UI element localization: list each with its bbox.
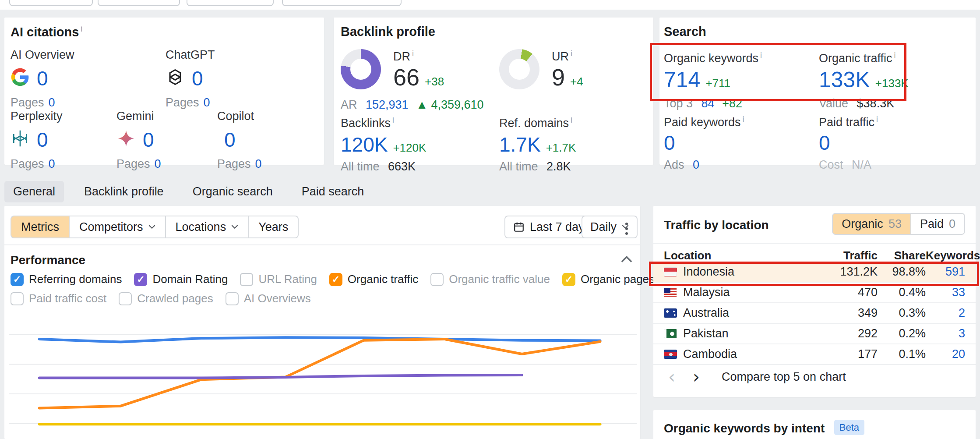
ar-line: AR 152,931 ▲ 4,359,610 xyxy=(341,98,484,112)
ai-item-pages: Pages0 xyxy=(166,96,266,110)
search-title: Search xyxy=(664,25,706,39)
calendar-icon xyxy=(513,221,525,233)
segment-label: Metrics xyxy=(21,220,59,234)
column-share[interactable]: Share xyxy=(878,249,926,262)
ai-item-value[interactable]: 0 xyxy=(143,128,154,152)
pages-label: Pages xyxy=(116,157,150,170)
checkbox-organic-traffic[interactable]: ✓Organic traffic xyxy=(329,273,418,286)
table-row-pakistan[interactable]: Pakistan2920.2%3 xyxy=(653,324,976,344)
segment-metrics[interactable]: Metrics xyxy=(11,216,70,238)
keywords-link[interactable]: 20 xyxy=(926,347,976,361)
value-amount: $38.3K xyxy=(857,97,895,110)
info-icon[interactable]: i xyxy=(743,115,744,124)
table-row-indonesia[interactable]: Indonesia131.2K98.8%591 xyxy=(653,262,976,283)
collapse-section-icon[interactable] xyxy=(621,255,632,263)
checkbox-organic-traffic-value[interactable]: Organic traffic value xyxy=(430,273,550,286)
segment-locations[interactable]: Locations xyxy=(165,216,249,238)
top3-value[interactable]: 84 xyxy=(702,97,715,110)
ref-domains-alltime-value: 2.8K xyxy=(546,160,571,173)
tab-backlink-profile[interactable]: Backlink profile xyxy=(75,181,173,202)
ref-domains-value[interactable]: 1.7K xyxy=(499,133,541,156)
ur-donut-gauge xyxy=(499,49,539,89)
paid-keywords-value[interactable]: 0 xyxy=(664,131,675,154)
tab-organic-search[interactable]: Organic search xyxy=(184,181,282,202)
table-row-malaysia[interactable]: Malaysia4700.4%33 xyxy=(653,283,976,303)
value-label: Value xyxy=(819,97,848,110)
info-icon[interactable]: i xyxy=(412,49,414,58)
checkbox-box xyxy=(240,273,253,286)
pages-value[interactable]: 0 xyxy=(49,96,55,109)
domain-input-3[interactable] xyxy=(187,0,274,6)
segment-years[interactable]: Years xyxy=(248,216,299,238)
toggle-organic[interactable]: Organic53 xyxy=(832,213,911,235)
pages-value[interactable]: 0 xyxy=(255,157,262,170)
compare-top5-link[interactable]: Compare top 5 on chart xyxy=(722,370,846,384)
checkbox-box xyxy=(430,273,444,286)
keywords-link[interactable]: 591 xyxy=(926,265,976,279)
backlinks-value[interactable]: 120K xyxy=(341,133,388,156)
keywords-link[interactable]: 2 xyxy=(926,306,976,320)
location-name: Indonesia xyxy=(683,265,734,279)
tab-general[interactable]: General xyxy=(4,181,64,202)
location-name: Australia xyxy=(683,306,729,320)
info-icon[interactable]: i xyxy=(894,51,896,60)
segment-competitors[interactable]: Competitors xyxy=(69,216,166,238)
ai-item-pages: Pages0 xyxy=(217,157,318,171)
paid-keywords-label: Paid keywordsi xyxy=(664,115,744,129)
table-row-australia[interactable]: Australia3490.3%2 xyxy=(653,303,976,324)
domain-input-1[interactable] xyxy=(9,0,93,6)
pages-value[interactable]: 0 xyxy=(155,157,161,170)
top-toolbar xyxy=(0,0,980,10)
toggle-paid[interactable]: Paid0 xyxy=(910,213,965,235)
keywords-link[interactable]: 3 xyxy=(926,327,976,340)
checkbox-domain-rating[interactable]: ✓Domain Rating xyxy=(134,273,228,286)
ai-item-value[interactable]: 0 xyxy=(37,128,48,152)
ar-delta: ▲ 4,359,610 xyxy=(416,98,483,111)
paid-traffic-value[interactable]: 0 xyxy=(819,131,830,154)
ur-value: 9 xyxy=(552,64,565,91)
info-icon[interactable]: i xyxy=(571,49,572,58)
ads-label: Ads xyxy=(664,158,684,171)
table-row-cambodia[interactable]: Cambodia1770.1%20 xyxy=(653,344,976,365)
share-value: 0.1% xyxy=(878,347,926,361)
prev-page-button[interactable]: ‹ xyxy=(668,369,675,385)
info-icon[interactable]: i xyxy=(392,116,394,124)
pages-value[interactable]: 0 xyxy=(49,157,55,170)
next-page-button[interactable]: › xyxy=(693,369,700,385)
backlink-profile-title: Backlink profile xyxy=(341,25,435,39)
checkbox-url-rating[interactable]: URL Rating xyxy=(240,273,317,286)
column-traffic[interactable]: Traffic xyxy=(812,249,878,262)
ar-value[interactable]: 152,931 xyxy=(366,98,409,111)
domain-input-4[interactable] xyxy=(282,0,402,6)
ai-item-label: AI Overview xyxy=(11,48,111,62)
info-icon[interactable]: i xyxy=(81,25,82,33)
ur-delta: +4 xyxy=(570,75,583,89)
info-icon[interactable]: i xyxy=(876,115,878,124)
keywords-link[interactable]: 33 xyxy=(926,286,976,299)
pages-label: Pages xyxy=(11,96,44,109)
beta-badge: Beta xyxy=(834,420,864,435)
checkbox-crawled-pages[interactable]: Crawled pages xyxy=(119,292,213,305)
ads-value[interactable]: 0 xyxy=(693,158,699,171)
organic-traffic-value[interactable]: 133K xyxy=(819,67,870,92)
ai-item-value[interactable]: 0 xyxy=(37,67,48,90)
traffic-value: 131.2K xyxy=(812,265,878,279)
page-tabs: GeneralBacklink profileOrganic searchPai… xyxy=(4,181,373,202)
info-icon[interactable]: i xyxy=(571,116,572,124)
ai-item-value[interactable]: 0 xyxy=(192,67,203,90)
more-options-button[interactable] xyxy=(621,218,632,239)
tab-paid-search[interactable]: Paid search xyxy=(293,181,373,202)
checkbox-paid-traffic-cost[interactable]: Paid traffic cost xyxy=(11,292,106,305)
checkbox-organic-pages[interactable]: ✓Organic pages xyxy=(562,273,655,286)
ai-item-value[interactable]: 0 xyxy=(224,128,236,152)
checkbox-ai-overviews[interactable]: AI Overviews xyxy=(226,292,311,305)
ai-item-ai-overview: AI Overview0Pages0 xyxy=(11,48,111,110)
pages-value[interactable]: 0 xyxy=(204,96,210,109)
column-keywords[interactable]: Keywords xyxy=(926,249,976,262)
column-location[interactable]: Location xyxy=(653,249,812,262)
info-icon[interactable]: i xyxy=(760,51,762,60)
domain-input-2[interactable] xyxy=(98,0,180,6)
checkbox-referring-domains[interactable]: ✓Referring domains xyxy=(11,273,122,286)
organic-keywords-value[interactable]: 714 xyxy=(664,67,700,92)
checkbox-label: Organic pages xyxy=(581,273,655,286)
